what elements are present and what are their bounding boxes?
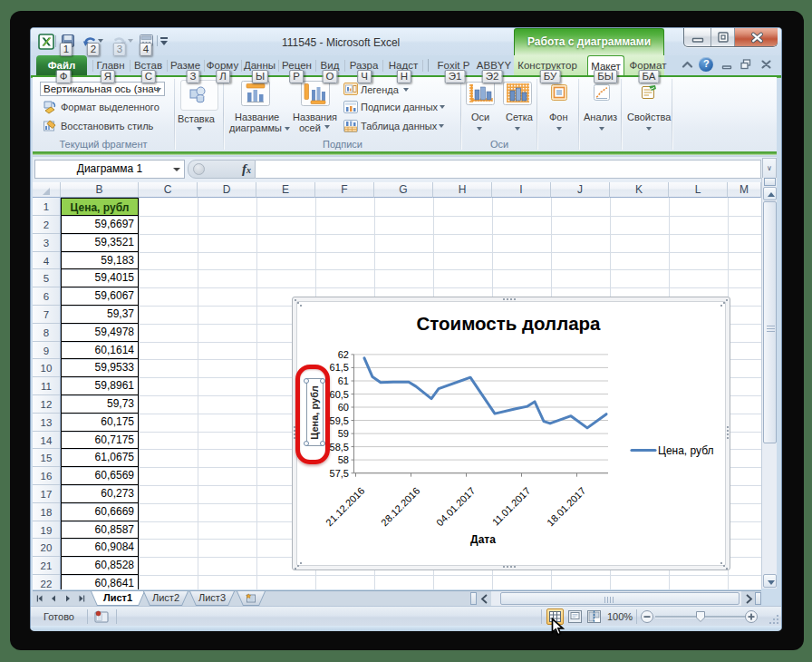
svg-text:18.01.2017: 18.01.2017 [545, 485, 587, 528]
svg-text:59: 59 [338, 428, 349, 439]
svg-text:61: 61 [338, 375, 349, 386]
svg-text:58: 58 [338, 454, 349, 465]
svg-text:60: 60 [338, 402, 349, 413]
svg-text:11.01.2017: 11.01.2017 [490, 485, 533, 528]
svg-text:04.01.2017: 04.01.2017 [434, 485, 477, 528]
svg-text:62: 62 [338, 349, 349, 360]
svg-text:Цена, рубл: Цена, рубл [658, 444, 714, 457]
svg-text:Стоимость доллара: Стоимость доллара [417, 313, 602, 334]
svg-text:57,5: 57,5 [330, 468, 349, 479]
svg-text:Дата: Дата [470, 533, 496, 546]
svg-text:58,5: 58,5 [330, 442, 349, 453]
svg-text:60,5: 60,5 [330, 389, 349, 400]
svg-text:61,5: 61,5 [330, 362, 349, 373]
svg-text:59,5: 59,5 [330, 415, 349, 426]
svg-text:21.12.2016: 21.12.2016 [324, 485, 366, 528]
svg-text:28.12.2016: 28.12.2016 [379, 485, 421, 528]
